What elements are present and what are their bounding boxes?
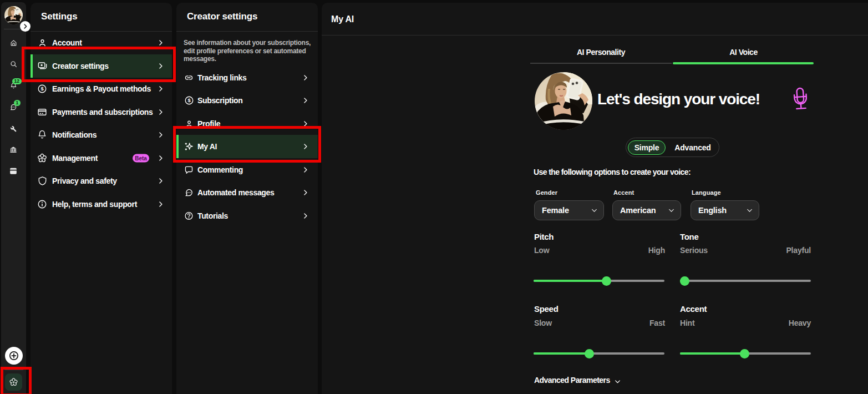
svg-text:$: $ (187, 98, 191, 103)
svg-text:$: $ (40, 86, 44, 92)
